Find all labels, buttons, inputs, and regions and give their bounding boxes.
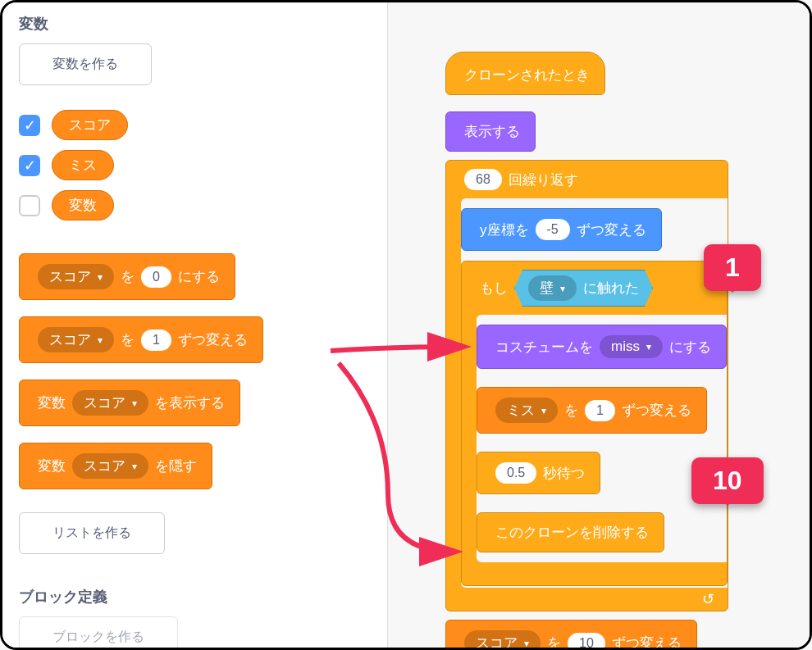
show-block[interactable]: 表示する xyxy=(445,111,536,152)
when-cloned-hat-block[interactable]: クローンされたとき xyxy=(445,52,605,95)
make-variable-button[interactable]: 変数を作る xyxy=(19,43,152,85)
checkbox-icon[interactable]: ✓ xyxy=(19,155,40,176)
if-block[interactable]: もし 壁▾ に触れた コスチュームを miss▾ にする xyxy=(461,261,728,586)
change-y-block[interactable]: y座標を -5 ずつ変える xyxy=(461,208,662,251)
variable-dropdown[interactable]: スコア▾ xyxy=(464,630,541,648)
touching-dropdown[interactable]: 壁▾ xyxy=(528,275,577,301)
number-input[interactable]: 0 xyxy=(141,266,171,288)
chevron-down-icon: ▾ xyxy=(646,341,651,352)
variable-reporter[interactable]: ミス xyxy=(52,150,114,180)
make-list-button[interactable]: リストを作る xyxy=(19,512,165,554)
checkbox-icon[interactable] xyxy=(19,195,40,216)
variable-row: 変数 xyxy=(19,190,371,220)
change-variable-block[interactable]: ミス▾ を 1 ずつ変える xyxy=(477,387,707,434)
hide-variable-block[interactable]: 変数 スコア▾ を隠す xyxy=(19,443,212,489)
chevron-down-icon: ▾ xyxy=(132,461,137,472)
checkbox-icon[interactable]: ✓ xyxy=(19,115,40,136)
make-block-button[interactable]: ブロックを作る xyxy=(19,616,178,650)
number-input[interactable]: 1 xyxy=(585,400,615,421)
number-input[interactable]: 68 xyxy=(464,169,502,190)
variable-reporter[interactable]: スコア xyxy=(52,110,128,140)
wait-block[interactable]: 0.5 秒待つ xyxy=(477,452,600,494)
script-stack[interactable]: クローンされたとき 表示する 68 回繰り返す y座標を -5 ずつ変える xyxy=(445,43,728,648)
costume-dropdown[interactable]: miss▾ xyxy=(600,335,663,358)
touching-boolean[interactable]: 壁▾ に触れた xyxy=(514,270,653,307)
loop-arrow-icon: ↻ xyxy=(702,590,714,608)
category-variables-label: 変数 xyxy=(19,14,371,34)
chevron-down-icon: ▾ xyxy=(541,405,546,416)
block-palette: 変数 変数を作る ✓ スコア ✓ ミス 変数 スコア▾ を 0 にする スコア▾… xyxy=(2,2,388,648)
chevron-down-icon: ▾ xyxy=(132,398,137,409)
chevron-down-icon: ▾ xyxy=(98,271,103,283)
repeat-block[interactable]: 68 回繰り返す y座標を -5 ずつ変える もし 壁▾ xyxy=(445,160,728,611)
number-input[interactable]: -5 xyxy=(536,219,570,240)
change-variable-block[interactable]: スコア▾ を 1 ずつ変える xyxy=(19,316,263,363)
number-input[interactable]: 0.5 xyxy=(495,462,536,484)
change-variable-block[interactable]: スコア▾ を 10 ずつ変える xyxy=(445,620,697,648)
category-myblocks-label: ブロック定義 xyxy=(19,587,371,607)
number-input[interactable]: 10 xyxy=(568,633,605,648)
variable-row: ✓ ミス xyxy=(19,150,371,180)
variable-dropdown[interactable]: ミス▾ xyxy=(495,398,558,423)
variable-dropdown[interactable]: スコア▾ xyxy=(72,453,148,479)
chevron-down-icon: ▾ xyxy=(560,283,565,294)
chevron-down-icon: ▾ xyxy=(524,638,529,648)
variable-dropdown[interactable]: スコア▾ xyxy=(72,390,148,416)
variable-dropdown[interactable]: スコア▾ xyxy=(38,264,114,289)
script-workspace[interactable]: クローンされたとき 表示する 68 回繰り返す y座標を -5 ずつ変える xyxy=(388,2,810,648)
callout-badge: 10 xyxy=(691,457,764,504)
callout-badge: 1 xyxy=(704,244,761,291)
variable-dropdown[interactable]: スコア▾ xyxy=(38,327,114,352)
chevron-down-icon: ▾ xyxy=(98,334,103,346)
variable-reporter[interactable]: 変数 xyxy=(52,190,114,220)
number-input[interactable]: 1 xyxy=(141,330,171,351)
show-variable-block[interactable]: 変数 スコア▾ を表示する xyxy=(19,380,240,426)
variable-row: ✓ スコア xyxy=(19,110,371,140)
switch-costume-block[interactable]: コスチュームを miss▾ にする xyxy=(477,325,727,369)
set-variable-block[interactable]: スコア▾ を 0 にする xyxy=(19,253,235,300)
delete-clone-block[interactable]: このクローンを削除する xyxy=(477,512,664,552)
